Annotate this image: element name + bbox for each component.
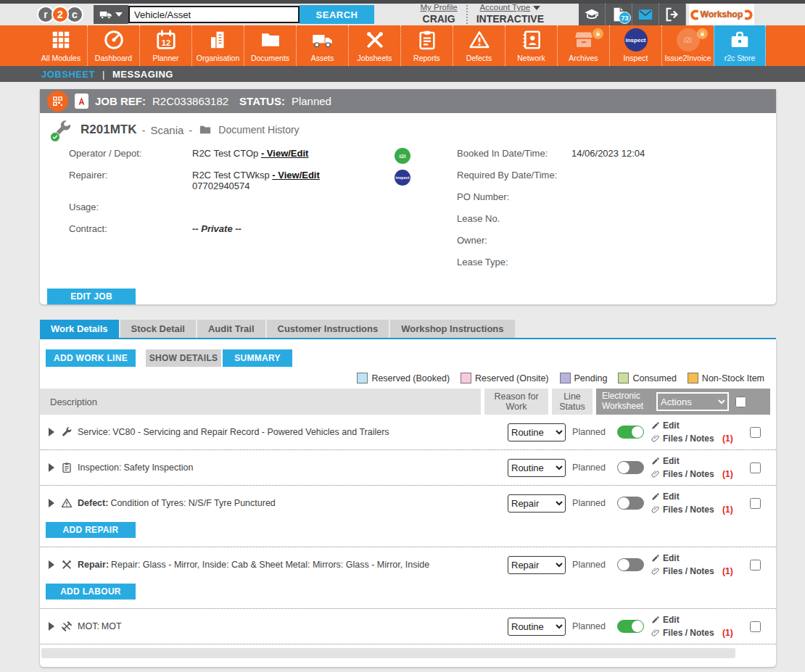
worksheet-toggle[interactable] [617, 461, 644, 474]
add-work-line-button[interactable]: ADD WORK LINE [46, 349, 136, 367]
nav-documents[interactable]: Documents [244, 25, 296, 66]
add-repair-button[interactable]: ADD REPAIR [46, 522, 136, 538]
nav-assets[interactable]: Assets [296, 25, 348, 66]
select-all-checkbox[interactable] [735, 397, 746, 407]
nav-organisation[interactable]: Organisation [191, 25, 244, 66]
field-lease-type: Lease Type: [457, 257, 776, 278]
edit-link[interactable]: Edit [651, 552, 735, 565]
paperclip-icon [651, 434, 660, 443]
pdf-export-button[interactable] [75, 94, 88, 109]
vehicle-type-selector[interactable] [94, 5, 128, 24]
account-type-label[interactable]: Account Type [480, 3, 530, 12]
logout-button[interactable] [659, 4, 686, 25]
worksheet-toggle[interactable] [617, 620, 644, 633]
search-input[interactable] [128, 6, 300, 23]
document-history-link[interactable]: Document History [218, 124, 299, 136]
files-notes-link[interactable]: Files / Notes (1) [651, 626, 735, 639]
worksheet-toggle[interactable] [617, 558, 644, 571]
account-type-dropdown[interactable]: Account Type INTERACTIVE [476, 3, 544, 26]
notifications-button[interactable]: 73 [606, 4, 632, 25]
files-notes-link[interactable]: Files / Notes (1) [651, 468, 735, 481]
files-notes-link[interactable]: Files / Notes (1) [651, 432, 735, 445]
reason-select[interactable]: Routine [508, 459, 566, 477]
notes-count: (1) [722, 468, 733, 481]
stock-legend: Reserved (Booked) Reserved (Onsite) Pend… [40, 373, 776, 383]
nav-planner[interactable]: 12 Planner [139, 25, 191, 66]
messages-button[interactable] [632, 4, 659, 25]
i2i-badge[interactable]: i2i [395, 148, 410, 164]
edit-link[interactable]: Edit [651, 419, 735, 432]
chevron-down-icon [533, 6, 540, 10]
actions-dropdown[interactable]: Actions [656, 392, 729, 411]
show-details-button[interactable]: SHOW DETAILS [146, 349, 221, 367]
add-labour-button[interactable]: ADD LABOUR [46, 584, 136, 600]
edit-link[interactable]: Edit [651, 455, 735, 468]
field-po-number: PO Number: [457, 191, 776, 213]
tab-customer-instructions[interactable]: Customer Instructions [267, 320, 389, 338]
nav-dashboard[interactable]: Dashboard [87, 25, 139, 66]
expand-arrow-icon[interactable] [49, 463, 54, 472]
my-profile-label[interactable]: My Profile [421, 3, 458, 12]
nav-all-modules[interactable]: All Modules [35, 25, 87, 66]
breadcrumb-jobsheet[interactable]: JOBSHEET [41, 69, 95, 80]
reason-select[interactable]: Routine [508, 423, 566, 441]
operator-view-edit-link[interactable]: - View/Edit [261, 148, 309, 159]
worksheet-toggle[interactable] [617, 426, 644, 439]
row-checkbox[interactable] [750, 621, 761, 632]
my-profile-link[interactable]: My Profile CRAIG [421, 3, 458, 26]
nav-network[interactable]: Network [505, 25, 557, 66]
row-checkbox[interactable] [750, 462, 761, 473]
edit-link[interactable]: Edit [651, 490, 735, 503]
workshop-brand-logo[interactable]: Workshop [689, 4, 754, 25]
profile-name: CRAIG [423, 13, 455, 25]
legend-reserved-booked: Reserved (Booked) [357, 373, 450, 383]
tab-workshop-instructions[interactable]: Workshop Instructions [390, 320, 514, 338]
calendar-icon: 12 [155, 29, 177, 51]
files-notes-link[interactable]: Files / Notes (1) [651, 503, 735, 516]
line-status: Planned [569, 427, 609, 437]
breadcrumb-messaging[interactable]: MESSAGING [112, 69, 173, 80]
legend-non-stock: Non-Stock Item [688, 373, 764, 383]
qr-code-button[interactable] [47, 91, 68, 112]
header-reason-for-work: Reason for Work [484, 389, 548, 415]
expand-arrow-icon[interactable] [49, 622, 54, 631]
nav-jobsheets[interactable]: Jobsheets [348, 25, 400, 66]
nav-inspect[interactable]: inspect Inspect [609, 25, 661, 66]
work-line-block: Service:VC80 - Servicing and Repair Reco… [40, 415, 776, 450]
job-fields-right: Booked In Date/Time:14/06/2023 12:04 Req… [417, 148, 776, 278]
reason-select[interactable]: Routine [508, 618, 566, 636]
briefcase-icon [729, 29, 751, 51]
expand-arrow-icon[interactable] [49, 428, 54, 436]
nav-issue2invoice[interactable]: i2i Issue2Invoice [661, 25, 714, 66]
nav-reports[interactable]: Reports [400, 25, 453, 66]
files-notes-link[interactable]: Files / Notes (1) [651, 565, 735, 578]
nav-archives[interactable]: Archives [557, 25, 609, 66]
search-button[interactable]: SEARCH [300, 5, 374, 24]
pencil-icon [651, 615, 660, 624]
building-icon [207, 29, 229, 51]
i2i-circle-icon: i2i [677, 28, 700, 51]
row-checkbox[interactable] [750, 498, 761, 509]
training-button[interactable] [579, 4, 606, 25]
tab-work-details[interactable]: Work Details [40, 320, 119, 338]
header-description: Description [40, 389, 481, 415]
inspect-circle-icon: inspect [624, 28, 648, 51]
inspect-badge[interactable]: inspect [395, 170, 410, 186]
worksheet-toggle[interactable] [617, 497, 644, 510]
repairer-view-edit-link[interactable]: - View/Edit [272, 170, 320, 181]
summary-button[interactable]: SUMMARY [223, 349, 292, 367]
row-checkbox[interactable] [750, 427, 761, 438]
edit-job-button[interactable]: EDIT JOB [47, 289, 136, 304]
legend-pending: Pending [560, 373, 608, 383]
nav-defects[interactable]: Defects [453, 25, 505, 66]
expand-arrow-icon[interactable] [49, 560, 54, 569]
edit-link[interactable]: Edit [651, 613, 735, 626]
horizontal-scrollbar[interactable] [41, 648, 735, 658]
tab-audit-trail[interactable]: Audit Trail [197, 320, 265, 338]
expand-arrow-icon[interactable] [49, 499, 54, 507]
nav-r2c-store[interactable]: r2c Store [714, 25, 766, 66]
reason-select[interactable]: Repair [508, 494, 566, 513]
row-checkbox[interactable] [750, 560, 761, 571]
tab-stock-detail[interactable]: Stock Detail [120, 320, 196, 338]
reason-select[interactable]: Repair [508, 556, 566, 574]
